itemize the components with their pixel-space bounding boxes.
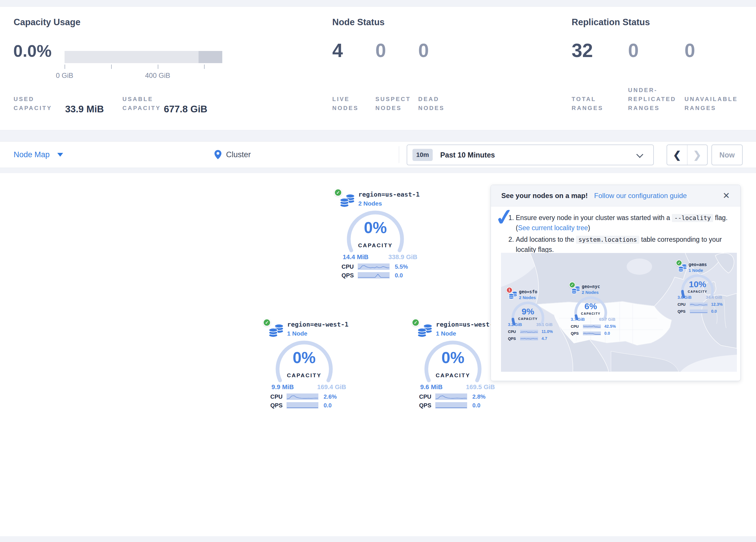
database-icon: [571, 286, 581, 295]
qps-label: QPS: [571, 331, 583, 336]
qps-sparkline: [435, 402, 467, 409]
node-map-canvas: ✓ region=us-east-1 2 Nodes 0% CAPACITY 1…: [0, 173, 756, 536]
step-done-check-icon: ✓: [494, 205, 515, 229]
used-capacity-value: 9.6 MiB: [420, 383, 443, 391]
cluster-summary-panel: Capacity Usage 0.0% 0 GiB400 GiB USED CA…: [0, 6, 756, 130]
qps-label: QPS: [342, 272, 358, 279]
qps-row: QPS 0.0: [270, 402, 332, 409]
unavailable-ranges-label: UNAVAILABLE RANGES: [685, 95, 742, 113]
capacity-bar-dark-segment: [199, 51, 222, 63]
capacity-percent: 6%: [569, 302, 612, 311]
qps-sparkline: [287, 402, 318, 409]
qps-value: 0.0: [711, 309, 717, 314]
cpu-sparkline: [583, 325, 601, 328]
locality-tree-link[interactable]: See current locality tree: [518, 224, 588, 231]
under-replicated-ranges-count: 0: [628, 41, 639, 60]
qps-label: QPS: [270, 402, 287, 409]
suspect-nodes-label: SUSPECT NODES: [375, 95, 419, 113]
now-button[interactable]: Now: [711, 144, 743, 165]
locality-label: region=us-east-1: [358, 191, 420, 198]
breadcrumb-label: Cluster: [226, 150, 251, 159]
node-count-label: 1 Node: [689, 268, 703, 273]
cpu-label: CPU: [678, 302, 690, 307]
close-icon[interactable]: ✕: [723, 191, 730, 200]
capacity-usage-bar: [65, 51, 222, 63]
capacity-caption: CAPACITY: [506, 317, 550, 321]
node-group[interactable]: ✓ region=us-east-1 2 Nodes 0% CAPACITY 1…: [331, 187, 420, 283]
time-range-dropdown[interactable]: 10m Past 10 Minutes: [407, 144, 654, 165]
qps-label: QPS: [508, 337, 520, 341]
time-next-button[interactable]: ❯: [687, 145, 707, 165]
locality-label: geo=ams: [689, 262, 707, 267]
cpu-sparkline: [287, 394, 318, 400]
capacity-axis-tick: [65, 65, 65, 69]
node-count-label: 1 Node: [287, 330, 307, 337]
time-prev-button[interactable]: ❮: [667, 145, 687, 165]
qps-sparkline: [583, 332, 601, 335]
view-selector-dropdown[interactable]: Node Map: [14, 141, 63, 168]
capacity-caption: CAPACITY: [260, 372, 348, 379]
cpu-label: CPU: [508, 330, 520, 334]
node-group[interactable]: ✓ region=eu-west-1 1 Node 0% CAPACITY 9.…: [260, 317, 348, 413]
qps-row: QPS 0.0: [678, 309, 717, 314]
live-nodes-label: LIVE NODES: [332, 95, 376, 113]
world-map-preview: 1 geo=sfo 2 Nodes 9% CAPACITY 3.2 GiB 35…: [501, 253, 737, 372]
inline-code: --locality: [672, 214, 713, 222]
capacity-axis-tick: [204, 65, 205, 69]
capacity-percent: 10%: [676, 280, 719, 289]
total-capacity-value: 169.5 GiB: [466, 383, 495, 391]
capacity-axis-tick-label: 400 GiB: [145, 71, 170, 80]
caret-down-icon: [57, 153, 63, 157]
qps-row: QPS 4.7: [508, 336, 547, 341]
qps-value: 0.0: [324, 402, 332, 409]
cpu-row: CPU 42.5%: [571, 324, 616, 329]
node-status-title: Node Status: [332, 17, 385, 27]
live-nodes-count: 4: [332, 41, 343, 60]
used-capacity-value: 33.9 MiB: [65, 104, 104, 114]
used-capacity-value: 3.2 GiB: [508, 322, 522, 327]
qps-value: 0.0: [472, 402, 480, 409]
cpu-sparkline: [435, 394, 467, 400]
breadcrumb[interactable]: Cluster: [214, 141, 251, 168]
cpu-row: CPU 2.6%: [270, 393, 337, 400]
database-icon: [340, 194, 355, 208]
node-count-label: 2 Nodes: [358, 200, 382, 207]
cpu-value: 42.5%: [604, 324, 616, 329]
usable-capacity-value: 677.8 GiB: [164, 104, 207, 114]
qps-label: QPS: [678, 309, 690, 314]
page-bottom-strip: [0, 536, 756, 542]
configuration-guide-link[interactable]: Follow our configuration guide: [594, 192, 687, 200]
locality-label: geo=sfo: [519, 289, 537, 295]
time-range-badge: 10m: [412, 149, 433, 161]
capacity-usage-percent: 0.0%: [13, 43, 52, 59]
capacity-caption: CAPACITY: [409, 372, 497, 379]
qps-label: QPS: [419, 402, 435, 409]
view-selector-label: Node Map: [14, 150, 50, 159]
capacity-axis-tick: [111, 65, 112, 69]
under-replicated-ranges-label: UNDER-REPLICATED RANGES: [628, 86, 679, 113]
map-toolbar: Node Map Cluster 10m Past 10 Minutes ❮ ❯…: [0, 141, 756, 168]
node-group[interactable]: ✓ region=us-west-1 1 Node 0% CAPACITY 9.…: [409, 317, 497, 413]
capacity-percent: 0%: [331, 220, 420, 236]
locality-label: region=eu-west-1: [287, 321, 348, 328]
capacity-axis-tick-label: 0 GiB: [56, 71, 73, 80]
node-count-label: 1 Node: [436, 330, 456, 337]
database-icon: [678, 264, 687, 273]
total-capacity-value: 65.7 GiB: [599, 317, 615, 322]
cpu-sparkline: [358, 263, 390, 270]
cpu-sparkline: [690, 303, 708, 306]
total-ranges-count: 32: [572, 41, 593, 60]
cockroachdb-node-map-page: Capacity Usage 0.0% 0 GiB400 GiB USED CA…: [0, 0, 756, 542]
capacity-caption: CAPACITY: [676, 290, 719, 293]
map-pin-icon: [214, 150, 221, 159]
cpu-row: CPU 11.0%: [508, 329, 553, 334]
cpu-sparkline: [520, 330, 538, 334]
qps-sparkline: [520, 337, 538, 341]
cpu-row: CPU 12.3%: [678, 302, 723, 307]
map-node-group: ✓ geo=nyc 2 Nodes 6% CAPACITY 3.7 GiB 65…: [569, 282, 618, 340]
total-ranges-label: TOTAL RANGES: [572, 95, 615, 113]
cpu-value: 11.0%: [542, 329, 553, 334]
node-count-label: 2 Nodes: [582, 290, 599, 295]
dead-nodes-label: DEAD NODES: [418, 95, 462, 113]
total-capacity-value: 338.9 GiB: [388, 253, 417, 261]
